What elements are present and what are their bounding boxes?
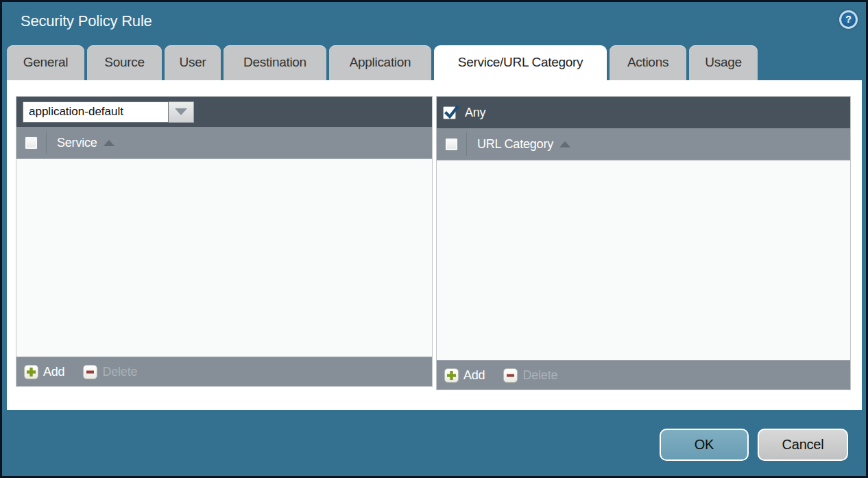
service-list [16,159,432,357]
tab-bar: General Source User Destination Applicat… [7,45,760,80]
minus-icon [503,368,518,383]
sort-ascending-icon [104,140,114,146]
column-divider [46,131,47,154]
any-label: Any [465,106,485,120]
tab-content: Service Add Delete [7,80,862,410]
service-toolbar [16,97,432,127]
service-select-all-checkbox[interactable] [25,136,38,150]
column-divider [466,132,467,156]
plus-icon [444,368,459,383]
tab-user[interactable]: User [165,45,221,80]
minus-icon [83,365,97,379]
service-grid-header: Service [16,127,432,159]
service-grid-footer: Add Delete [16,357,432,386]
tab-application[interactable]: Application [329,45,431,80]
url-category-grid-footer: Add Delete [437,360,850,390]
url-category-grid-header: URL Category [437,128,850,160]
sort-ascending-icon [559,141,570,147]
any-checkbox[interactable] [443,106,456,119]
service-add-button[interactable]: Add [24,365,64,379]
help-icon[interactable]: ? [839,10,858,29]
page-title: Security Policy Rule [21,12,152,30]
ok-button[interactable]: OK [660,429,749,461]
dialog-background: Security Policy Rule ? General Source Us… [2,2,866,476]
plus-icon [24,365,38,379]
security-policy-rule-dialog: Security Policy Rule ? General Source Us… [0,0,868,478]
service-column-header[interactable]: Service [57,136,97,150]
url-category-list [437,160,850,360]
url-category-select-all-checkbox[interactable] [445,138,458,151]
help-glyph: ? [845,14,852,25]
tab-actions[interactable]: Actions [610,45,686,80]
tab-general[interactable]: General [7,45,84,80]
url-category-add-button[interactable]: Add [444,368,485,383]
service-type-input[interactable] [23,101,169,123]
tab-service-url-category[interactable]: Service/URL Category [434,45,607,80]
cancel-button[interactable]: Cancel [758,429,848,461]
service-type-dropdown-button[interactable] [169,101,194,123]
tab-usage[interactable]: Usage [689,45,758,80]
service-panel: Service Add Delete [16,96,433,387]
service-type-combobox [23,101,194,123]
checkmark-icon [444,104,460,121]
tab-destination[interactable]: Destination [224,45,326,80]
tab-source[interactable]: Source [87,45,162,80]
url-category-panel: Any URL Category Add [436,96,851,390]
service-delete-button[interactable]: Delete [83,365,137,379]
url-category-delete-button[interactable]: Delete [503,368,557,383]
chevron-down-icon [175,108,187,115]
url-category-column-header[interactable]: URL Category [477,137,553,152]
url-category-toolbar: Any [437,97,850,128]
